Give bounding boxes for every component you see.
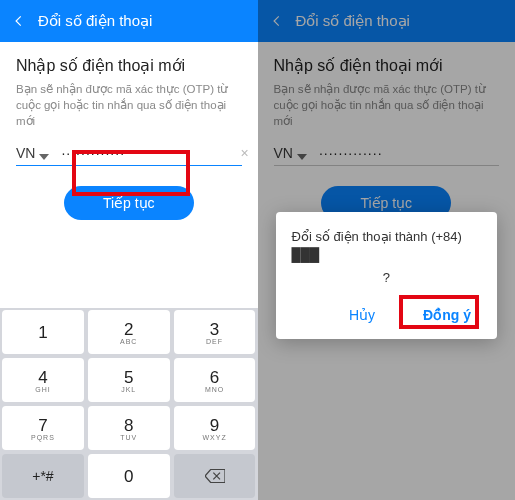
key-3[interactable]: 3DEF bbox=[174, 310, 256, 354]
page-title: Nhập số điện thoại mới bbox=[16, 56, 242, 75]
phone-input-row: VN × bbox=[16, 145, 242, 166]
key-5[interactable]: 5JKL bbox=[88, 358, 170, 402]
app-header: Đổi số điện thoại bbox=[0, 0, 258, 42]
key-2[interactable]: 2ABC bbox=[88, 310, 170, 354]
screen-enter-phone: Đổi số điện thoại Nhập số điện thoại mới… bbox=[0, 0, 258, 500]
screen-confirm-modal: Đổi số điện thoại Nhập số điện thoại mới… bbox=[258, 0, 516, 500]
key-1[interactable]: 1 bbox=[2, 310, 84, 354]
key-4[interactable]: 4GHI bbox=[2, 358, 84, 402]
chevron-down-icon[interactable] bbox=[39, 148, 49, 158]
key-8[interactable]: 8TUV bbox=[88, 406, 170, 450]
numeric-keypad: 12ABC3DEF 4GHI5JKL6MNO 7PQRS8TUV9WXYZ +*… bbox=[0, 308, 258, 500]
continue-button[interactable]: Tiếp tục bbox=[64, 186, 194, 220]
svg-marker-0 bbox=[39, 154, 49, 160]
cancel-button[interactable]: Hủy bbox=[339, 301, 385, 329]
dialog-text: Đổi số điện thoại thành (+84) ███ bbox=[292, 228, 482, 264]
dialog-question: ? bbox=[292, 270, 482, 285]
key-symbols[interactable]: +*# bbox=[2, 454, 84, 498]
country-code[interactable]: VN bbox=[16, 145, 35, 161]
key-7[interactable]: 7PQRS bbox=[2, 406, 84, 450]
key-9[interactable]: 9WXYZ bbox=[174, 406, 256, 450]
back-icon[interactable] bbox=[10, 12, 28, 30]
key-6[interactable]: 6MNO bbox=[174, 358, 256, 402]
header-title: Đổi số điện thoại bbox=[38, 12, 152, 30]
confirm-dialog: Đổi số điện thoại thành (+84) ███ ? Hủy … bbox=[276, 212, 498, 339]
ok-button[interactable]: Đồng ý bbox=[413, 301, 481, 329]
key-backspace[interactable] bbox=[174, 454, 256, 498]
page-subtitle: Bạn sẽ nhận được mã xác thực (OTP) từ cu… bbox=[16, 81, 242, 129]
phone-input[interactable] bbox=[61, 145, 236, 161]
key-0[interactable]: 0 bbox=[88, 454, 170, 498]
clear-icon[interactable]: × bbox=[236, 145, 252, 161]
